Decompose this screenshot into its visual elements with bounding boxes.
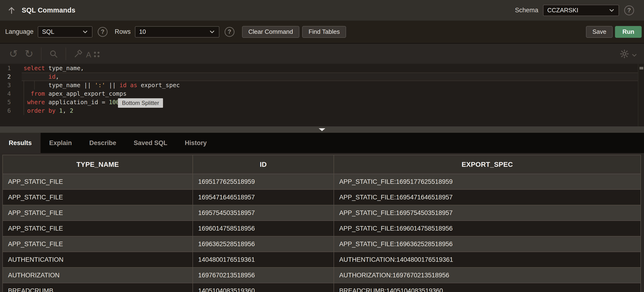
autocomplete-icon[interactable]: A bbox=[88, 48, 99, 60]
line-number: 6 bbox=[0, 106, 22, 115]
code-text: select type_name, bbox=[22, 64, 638, 73]
code-text: where application_id = 100 bbox=[22, 98, 638, 106]
save-button[interactable]: Save bbox=[586, 26, 613, 38]
table-cell: APP_STATIC_FILE:1695177625518959 bbox=[334, 174, 641, 190]
code-text: from apex_appl_export_comps bbox=[22, 90, 638, 98]
search-icon[interactable] bbox=[48, 48, 59, 60]
table-cell: APP_STATIC_FILE bbox=[2, 190, 193, 205]
gear-icon bbox=[620, 49, 629, 59]
table-row: AUTHORIZATION1697670213518956AUTHORIZATI… bbox=[2, 267, 641, 283]
help-icon[interactable]: ? bbox=[98, 27, 108, 37]
code-text: type_name || ':' || id as export_spec bbox=[22, 81, 638, 90]
tab-history[interactable]: History bbox=[176, 133, 215, 153]
table-cell: APP_STATIC_FILE bbox=[2, 236, 193, 252]
table-cell: APP_STATIC_FILE:1695754503518957 bbox=[334, 205, 641, 221]
run-button[interactable]: Run bbox=[615, 26, 642, 38]
column-header: TYPE_NAME bbox=[2, 155, 193, 174]
language-select-value: SQL bbox=[42, 28, 54, 36]
sql-editor[interactable]: 1select type_name,2 id,3 type_name || ':… bbox=[0, 64, 644, 126]
table-cell: 1404800176519361 bbox=[193, 252, 334, 267]
table-cell: AUTHORIZATION:1697670213518956 bbox=[334, 267, 641, 283]
rows-select[interactable]: 10 bbox=[135, 26, 220, 38]
language-label: Language bbox=[5, 28, 34, 36]
table-cell: 1695754503518957 bbox=[193, 205, 334, 221]
schema-select-value: CCZARSKI bbox=[547, 7, 578, 14]
table-row: APP_STATIC_FILE1695177625518959APP_STATI… bbox=[2, 174, 641, 190]
chevron-down-icon bbox=[82, 28, 89, 36]
command-bar: Language SQL ? Rows 10 ? Clear Command F… bbox=[0, 21, 644, 44]
table-row: APP_STATIC_FILE1696362528518956APP_STATI… bbox=[2, 236, 641, 252]
results-tab-bar: ResultsExplainDescribeSaved SQLHistory bbox=[0, 133, 644, 153]
results-panel: TYPE_NAMEIDEXPORT_SPEC APP_STATIC_FILE16… bbox=[0, 153, 644, 292]
table-row: APP_STATIC_FILE1695471646518957APP_STATI… bbox=[2, 190, 641, 205]
code-line[interactable]: 5 where application_id = 100 bbox=[0, 98, 638, 106]
column-header: EXPORT_SPEC bbox=[334, 155, 641, 174]
code-line[interactable]: 1select type_name, bbox=[0, 64, 638, 73]
chevron-down-icon bbox=[208, 28, 216, 36]
help-icon[interactable]: ? bbox=[624, 6, 634, 15]
table-row: APP_STATIC_FILE1695754503518957APP_STATI… bbox=[2, 205, 641, 221]
format-icon[interactable] bbox=[72, 48, 84, 60]
table-cell: 1405104083519360 bbox=[193, 283, 334, 292]
table-cell: AUTHENTICATION bbox=[2, 252, 193, 267]
code-line[interactable]: 2 id, bbox=[0, 73, 638, 81]
results-table: TYPE_NAMEIDEXPORT_SPEC APP_STATIC_FILE16… bbox=[2, 155, 641, 292]
table-cell: APP_STATIC_FILE:1695471646518957 bbox=[334, 190, 641, 205]
rows-select-value: 10 bbox=[139, 28, 146, 36]
schema-label: Schema bbox=[515, 7, 538, 14]
code-text: order by 1, 2 bbox=[22, 106, 638, 115]
rows-label: Rows bbox=[115, 28, 131, 36]
toolbar-divider bbox=[66, 48, 66, 60]
code-line[interactable]: 6 order by 1, 2 bbox=[0, 106, 638, 115]
code-line[interactable]: 3 type_name || ':' || id as export_spec bbox=[0, 81, 638, 90]
editor-settings-button[interactable] bbox=[620, 49, 638, 59]
page-title: SQL Commands bbox=[22, 6, 75, 14]
toolbar-divider bbox=[41, 48, 42, 60]
table-cell: BREADCRUMB:1405104083519360 bbox=[334, 283, 641, 292]
bottom-splitter-tooltip: Bottom Splitter bbox=[118, 98, 163, 108]
schema-select[interactable]: CCZARSKI bbox=[543, 5, 619, 16]
table-cell: AUTHORIZATION bbox=[2, 267, 193, 283]
table-row: BREADCRUMB1405104083519360BREADCRUMB:140… bbox=[2, 283, 641, 292]
table-cell: BREADCRUMB bbox=[2, 283, 193, 292]
bottom-splitter[interactable] bbox=[0, 126, 644, 133]
table-cell: APP_STATIC_FILE bbox=[2, 221, 193, 236]
line-number: 5 bbox=[0, 98, 22, 106]
undo-icon[interactable]: ↺ bbox=[8, 48, 19, 60]
editor-toolbar: ↺↻A bbox=[0, 44, 644, 64]
editor-toolbar-left: ↺↻A bbox=[6, 48, 102, 60]
editor-scrollbar-track[interactable] bbox=[638, 64, 638, 126]
find-tables-button[interactable]: Find Tables bbox=[302, 26, 346, 38]
table-cell: 1695177625518959 bbox=[193, 174, 334, 190]
line-number: 3 bbox=[0, 81, 22, 90]
up-arrow-icon[interactable] bbox=[7, 6, 16, 15]
table-cell: 1695471646518957 bbox=[193, 190, 334, 205]
chevron-down-icon bbox=[608, 7, 615, 14]
table-cell: 1696362528518956 bbox=[193, 236, 334, 252]
splitter-collapse-button[interactable] bbox=[319, 128, 325, 131]
code-line[interactable]: 4 from apex_appl_export_comps bbox=[0, 90, 638, 98]
tab-describe[interactable]: Describe bbox=[81, 133, 125, 153]
tab-saved-sql[interactable]: Saved SQL bbox=[125, 133, 176, 153]
column-header: ID bbox=[193, 155, 334, 174]
table-cell: APP_STATIC_FILE bbox=[2, 205, 193, 221]
top-bar: SQL Commands Schema CCZARSKI ? bbox=[0, 0, 644, 21]
code-text: id, bbox=[22, 73, 638, 81]
tab-results[interactable]: Results bbox=[0, 133, 40, 153]
clear-command-button[interactable]: Clear Command bbox=[242, 26, 299, 38]
table-cell: 1696014758518956 bbox=[193, 221, 334, 236]
table-body: APP_STATIC_FILE1695177625518959APP_STATI… bbox=[2, 174, 641, 292]
line-number: 1 bbox=[0, 64, 22, 73]
sql-commands-page: SQL Commands Schema CCZARSKI ? Language … bbox=[0, 0, 644, 292]
table-header-row: TYPE_NAMEIDEXPORT_SPEC bbox=[2, 155, 641, 174]
tab-explain[interactable]: Explain bbox=[40, 133, 81, 153]
table-row: AUTHENTICATION1404800176519361AUTHENTICA… bbox=[2, 252, 641, 267]
table-cell: APP_STATIC_FILE:1696014758518956 bbox=[334, 221, 641, 236]
editor-scrollbar-thumb[interactable] bbox=[640, 67, 643, 69]
code-lines: 1select type_name,2 id,3 type_name || ':… bbox=[0, 64, 638, 115]
line-number: 4 bbox=[0, 90, 22, 98]
language-select[interactable]: SQL bbox=[38, 26, 92, 38]
redo-icon[interactable]: ↻ bbox=[23, 48, 35, 60]
table-row: APP_STATIC_FILE1696014758518956APP_STATI… bbox=[2, 221, 641, 236]
help-icon[interactable]: ? bbox=[224, 27, 234, 37]
